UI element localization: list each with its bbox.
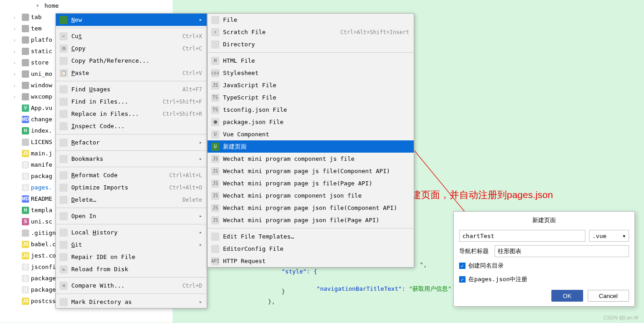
- submenu-item[interactable]: EditorConfig File: [208, 243, 414, 255]
- tree-root-label: home: [45, 2, 59, 9]
- menu-icon: [59, 57, 68, 65]
- menu-item[interactable]: Replace in Files...Ctrl+Shift+R: [56, 108, 207, 120]
- checkbox-create-dir-label: 创建同名目录: [468, 262, 504, 270]
- submenu-item[interactable]: JSWechat mini program page js file(Compo…: [208, 165, 414, 177]
- submenu-item-label: Wechat mini program component js file: [223, 155, 409, 162]
- submenu-item[interactable]: JSWechat mini program component js file: [208, 153, 414, 165]
- new-submenu[interactable]: File⚡Scratch FileCtrl+Alt+Shift+InsertDi…: [207, 13, 414, 268]
- menu-icon: [59, 139, 68, 147]
- submenu-item[interactable]: HHTML File: [208, 55, 414, 67]
- submenu-item[interactable]: TSTypeScript File: [208, 91, 414, 104]
- chevron-right-icon: ›: [14, 83, 20, 88]
- new-page-dialog[interactable]: 新建页面 .vue ▾ 导航栏标题 ✓ 创建同名目录 ✓ 在pages.json…: [453, 211, 635, 307]
- file-icon: [211, 16, 219, 24]
- tree-item-label: platfo: [31, 36, 52, 43]
- menu-item[interactable]: 📋PasteCtrl+V: [56, 67, 207, 79]
- submenu-item[interactable]: JSWechat mini program page js file(Page …: [208, 177, 414, 189]
- js-icon: JS: [22, 252, 29, 259]
- cancel-button[interactable]: Cancel: [588, 290, 629, 302]
- submenu-item-label: EditorConfig File: [223, 245, 409, 252]
- submenu-item[interactable]: APIHTTP Request: [208, 255, 414, 267]
- nav-title-input[interactable]: [495, 245, 629, 257]
- submenu-item[interactable]: UVue Component: [208, 128, 414, 140]
- menu-item[interactable]: New▸: [56, 14, 207, 26]
- ok-button[interactable]: OK: [551, 290, 583, 302]
- json-icon: {}: [22, 184, 29, 191]
- menu-item[interactable]: Find in Files...Ctrl+Shift+F: [56, 95, 207, 108]
- folder-icon: [22, 70, 29, 78]
- submenu-item[interactable]: U新建页面: [208, 140, 414, 153]
- checkbox-register-pages[interactable]: ✓: [459, 276, 466, 283]
- submenu-item[interactable]: cssStylesheet: [208, 67, 414, 79]
- menu-shortcut: Ctrl+V: [183, 70, 202, 76]
- json-icon: {}: [22, 161, 29, 169]
- menu-item-label: Open In: [71, 213, 195, 219]
- page-name-input[interactable]: [459, 230, 585, 242]
- submenu-item[interactable]: Directory: [208, 38, 414, 50]
- tree-item-label: App.vu: [31, 104, 52, 111]
- folder-icon: [22, 82, 29, 89]
- menu-item[interactable]: ✂CutCtrl+X: [56, 30, 207, 42]
- menu-item[interactable]: Mark Directory as▸: [56, 296, 207, 308]
- chevron-right-icon: ›: [14, 15, 20, 20]
- menu-item[interactable]: Git▸: [56, 239, 207, 251]
- menu-item[interactable]: Copy Path/Reference...: [56, 55, 207, 67]
- jsf-icon: JS: [211, 192, 219, 200]
- submenu-item[interactable]: File: [208, 14, 414, 26]
- chevron-right-icon: ▸: [199, 299, 202, 305]
- submenu-item[interactable]: JSWechat mini program page json file(Com…: [208, 202, 414, 214]
- menu-item[interactable]: Delete…Delete: [56, 194, 207, 206]
- submenu-item[interactable]: JSWechat mini program component json fil…: [208, 189, 414, 202]
- menu-item[interactable]: ⤨Compare With...Ctrl+D: [56, 279, 207, 292]
- js-icon: JS: [22, 298, 29, 305]
- menu-item-label: Reformat Code: [71, 172, 166, 179]
- tree-item-label: tem: [31, 25, 41, 32]
- menu-separator: [56, 293, 207, 294]
- submenu-item[interactable]: ⚡Scratch FileCtrl+Alt+Shift+Insert: [208, 26, 414, 38]
- folder-icon: [211, 40, 219, 49]
- menu-icon: [59, 85, 68, 94]
- submenu-item[interactable]: JSWechat mini program page json file(Pag…: [208, 214, 414, 226]
- vue-icon: V: [22, 104, 29, 112]
- submenu-item-label: 新建页面: [223, 143, 409, 151]
- chevron-right-icon: ▸: [199, 139, 202, 145]
- menu-icon: ⧉: [59, 45, 68, 53]
- menu-item[interactable]: Local History▸: [56, 226, 207, 239]
- menu-item[interactable]: ↻Reload from Disk: [56, 263, 207, 275]
- submenu-item-label: Scratch File: [223, 29, 337, 35]
- menu-icon: [59, 155, 68, 163]
- menu-item[interactable]: Repair IDE on File: [56, 251, 207, 263]
- menu-item[interactable]: Optimize ImportsCtrl+Alt+O: [56, 181, 207, 194]
- submenu-item[interactable]: TStsconfig.json File: [208, 104, 414, 116]
- menu-item[interactable]: Find UsagesAlt+F7: [56, 83, 207, 95]
- tree-item-label: templa: [31, 207, 52, 214]
- extension-value: .vue: [592, 233, 606, 239]
- menu-item[interactable]: Reformat CodeCtrl+Alt+L: [56, 169, 207, 181]
- submenu-item-label: Stylesheet: [223, 70, 409, 76]
- folder-icon: [22, 59, 29, 66]
- submenu-item[interactable]: JSJavaScript File: [208, 79, 414, 91]
- submenu-item[interactable]: ⬢package.json File: [208, 116, 414, 128]
- sass-icon: S: [22, 218, 29, 225]
- checkbox-create-dir[interactable]: ✓: [459, 263, 466, 269]
- nav-title-label: 导航栏标题: [459, 247, 491, 255]
- chevron-right-icon: ›: [14, 37, 20, 43]
- submenu-item[interactable]: Edit File Templates…: [208, 230, 414, 243]
- menu-item[interactable]: Inspect Code...: [56, 120, 207, 132]
- dialog-title: 新建页面: [454, 212, 634, 228]
- context-menu[interactable]: New▸✂CutCtrl+X⧉CopyCtrl+CCopy Path/Refer…: [55, 13, 207, 308]
- chevron-right-icon: ▸: [199, 17, 202, 23]
- menu-item[interactable]: Open In▸: [56, 210, 207, 222]
- menu-item[interactable]: ⧉CopyCtrl+C: [56, 42, 207, 55]
- ts-icon: TS: [211, 106, 219, 114]
- extension-select[interactable]: .vue ▾: [589, 230, 629, 242]
- menu-item[interactable]: Refactor▸: [56, 136, 207, 149]
- menu-icon: [59, 98, 68, 106]
- submenu-item-label: JavaScript File: [223, 82, 409, 89]
- jsf-icon: JS: [211, 167, 219, 175]
- tree-item-label: uni.sc: [31, 218, 52, 225]
- menu-item[interactable]: Bookmarks▸: [56, 153, 207, 165]
- chevron-right-icon: ▸: [199, 213, 202, 219]
- code-fragment: ",: [420, 261, 427, 268]
- menu-icon: [59, 196, 68, 204]
